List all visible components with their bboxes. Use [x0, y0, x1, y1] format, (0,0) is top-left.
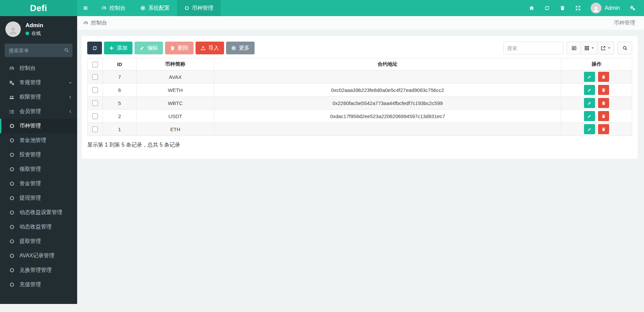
- more-button[interactable]: 更多: [226, 42, 255, 54]
- gauge-icon: [8, 66, 15, 71]
- sidebar-item-fund-pool[interactable]: 资金池管理: [0, 133, 77, 148]
- topbar-main: 控制台 系统配置 币种管理 Admin: [77, 0, 644, 16]
- cell-contract: [214, 123, 561, 136]
- header-contract[interactable]: 合约地址: [214, 58, 561, 70]
- refresh-icon: [544, 5, 550, 11]
- cogs-icon: [630, 5, 635, 11]
- sidebar-item-dynamic-income-settings[interactable]: 动态收益设置管理: [0, 205, 77, 220]
- sidebar-item-permissions[interactable]: 权限管理: [0, 90, 77, 104]
- sidebar-item-extract[interactable]: 提取管理: [0, 234, 77, 249]
- sidebar-item-investment[interactable]: 投资管理: [0, 148, 77, 162]
- table-toolbar: 添加 编辑 删除 导入 更多: [87, 42, 632, 54]
- sidebar-item-avax-records[interactable]: AVAX记录管理: [0, 249, 77, 263]
- row-checkbox[interactable]: [92, 100, 98, 106]
- app-logo[interactable]: Defi: [0, 0, 77, 16]
- clear-cache-button[interactable]: [560, 5, 565, 11]
- tab-system-config[interactable]: 系统配置: [133, 0, 177, 16]
- menu-search-input[interactable]: [5, 44, 72, 57]
- trash-icon: [601, 114, 606, 118]
- edit-button[interactable]: 编辑: [135, 42, 163, 54]
- sidebar: Admin 在线 控制台 常规管理 权限管理: [0, 16, 77, 304]
- table-search-input[interactable]: [503, 42, 563, 54]
- tab-console[interactable]: 控制台: [94, 0, 133, 16]
- detail-view-button[interactable]: [567, 42, 581, 54]
- cell-symbol: AVAX: [137, 70, 214, 84]
- breadcrumb-left[interactable]: 控制台: [83, 19, 107, 27]
- plus-icon: [109, 46, 114, 51]
- username: Admin: [605, 5, 620, 11]
- sidebar-item-recharge[interactable]: 充值管理: [0, 277, 77, 292]
- search-toggle-button[interactable]: [618, 42, 632, 54]
- cell-symbol: WETH: [137, 84, 214, 97]
- export-button[interactable]: [598, 42, 614, 54]
- circle-icon: [8, 253, 15, 258]
- sidebar-item-members[interactable]: 会员管理: [0, 104, 77, 119]
- circle-icon: [8, 196, 15, 201]
- cell-symbol: USDT: [137, 110, 214, 123]
- tab-label: 币种管理: [192, 5, 213, 12]
- sidebar-user-name: Admin: [25, 22, 43, 29]
- row-checkbox[interactable]: [92, 87, 98, 93]
- user-icon: [592, 5, 600, 13]
- cell-id: 7: [103, 70, 137, 84]
- add-button[interactable]: 添加: [104, 42, 132, 54]
- breadcrumb: 控制台 币种管理: [77, 16, 644, 30]
- header-symbol[interactable]: 币种简称: [137, 58, 214, 70]
- row-edit-button[interactable]: [584, 85, 595, 95]
- row-delete-button[interactable]: [598, 72, 609, 82]
- tab-currency-management[interactable]: 币种管理: [177, 0, 221, 16]
- cell-symbol: ETH: [137, 123, 214, 136]
- row-delete-button[interactable]: [598, 111, 609, 121]
- search-icon: [64, 48, 69, 53]
- avatar: [591, 3, 601, 13]
- circle-icon: [8, 210, 15, 215]
- grid-icon: [584, 46, 589, 51]
- cell-id: 5: [103, 97, 137, 110]
- sidebar-toggle-button[interactable]: [77, 0, 94, 16]
- row-edit-button[interactable]: [584, 98, 595, 108]
- row-edit-button[interactable]: [584, 72, 595, 82]
- row-checkbox[interactable]: [92, 113, 98, 119]
- gauge-icon: [83, 20, 88, 25]
- content-panel: 添加 编辑 删除 导入 更多: [82, 36, 638, 159]
- row-edit-button[interactable]: [584, 124, 595, 134]
- refresh-button[interactable]: [544, 5, 550, 11]
- circle-icon: [8, 152, 15, 157]
- table-row: 1 ETH: [88, 123, 632, 136]
- caret-down-icon: [607, 46, 611, 50]
- chevron-left-icon: [68, 95, 72, 99]
- delete-button[interactable]: 删除: [165, 42, 194, 54]
- home-button[interactable]: [529, 5, 534, 11]
- circle-icon: [8, 282, 15, 287]
- user-menu[interactable]: Admin: [591, 3, 620, 13]
- sidebar-item-currency[interactable]: 币种管理: [0, 119, 77, 133]
- circle-icon: [8, 167, 15, 172]
- row-delete-button[interactable]: [598, 98, 609, 108]
- chevron-down-icon: [68, 81, 72, 85]
- sidebar-item-withdrawal[interactable]: 提现管理: [0, 191, 77, 205]
- select-all-checkbox[interactable]: [92, 62, 98, 67]
- sidebar-item-general[interactable]: 常规管理: [0, 75, 77, 90]
- header-id[interactable]: ID: [103, 58, 137, 70]
- row-edit-button[interactable]: [584, 111, 595, 121]
- import-button[interactable]: 导入: [196, 42, 224, 54]
- sidebar-item-dashboard[interactable]: 控制台: [0, 61, 77, 75]
- trash-icon: [170, 46, 175, 51]
- users-icon: [8, 95, 15, 100]
- row-checkbox[interactable]: [92, 126, 98, 132]
- fullscreen-button[interactable]: [575, 5, 581, 11]
- sidebar-item-funds[interactable]: 资金管理: [0, 176, 77, 191]
- row-delete-button[interactable]: [598, 124, 609, 134]
- sidebar-item-exchange[interactable]: 兑换管理管理: [0, 263, 77, 277]
- row-delete-button[interactable]: [598, 85, 609, 95]
- table-header-row: ID 币种简称 合约地址 操作: [88, 58, 632, 70]
- columns-button[interactable]: [581, 42, 598, 54]
- cogs-icon: [8, 80, 15, 86]
- pencil-icon: [587, 114, 592, 118]
- settings-button[interactable]: [630, 5, 635, 11]
- refresh-table-button[interactable]: [87, 42, 102, 54]
- row-checkbox[interactable]: [92, 74, 98, 80]
- pencil-icon: [587, 127, 592, 132]
- sidebar-item-claim[interactable]: 领取管理: [0, 162, 77, 176]
- sidebar-item-dynamic-income[interactable]: 动态收益管理: [0, 220, 77, 234]
